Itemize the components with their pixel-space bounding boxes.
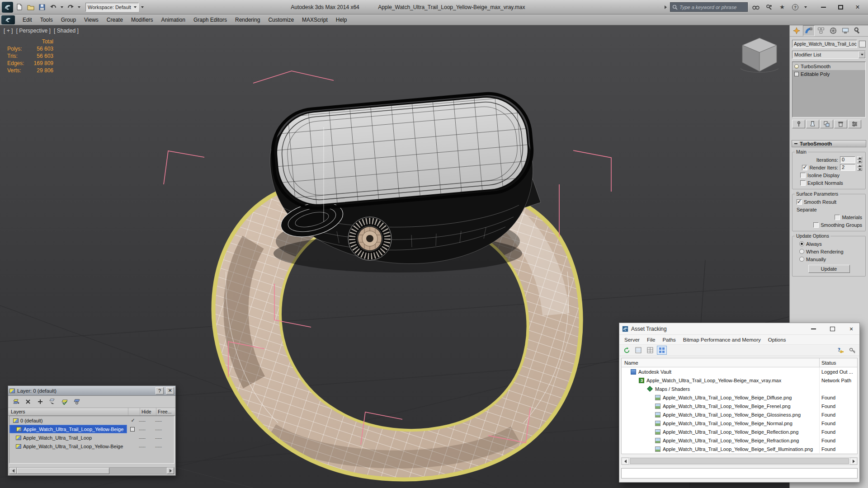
freeze-column-header[interactable]: Free...	[156, 408, 175, 415]
modifier-stack[interactable]: TurboSmooth Editable Poly	[792, 61, 866, 117]
maximize-button[interactable]	[832, 1, 849, 13]
asset-menu-item[interactable]: Options	[764, 337, 790, 343]
layer-freeze-toggle[interactable]	[155, 435, 174, 441]
layer-row[interactable]: Apple_Watch_Ultra_Trail_Loop_Yellow-Beig…	[9, 442, 174, 450]
scroll-right-icon[interactable]	[167, 468, 174, 474]
redo-icon[interactable]	[66, 2, 75, 12]
layer-freeze-toggle[interactable]	[155, 418, 174, 423]
scroll-left-icon[interactable]	[9, 468, 17, 474]
layer-properties-button[interactable]	[71, 397, 82, 407]
asset-menu-item[interactable]: File	[643, 337, 659, 343]
add-selection-to-layer-button[interactable]	[35, 397, 45, 407]
viewport-view-menu[interactable]: [ Perspective ]	[16, 28, 51, 34]
tab-modify[interactable]	[803, 25, 815, 36]
status-column-header[interactable]: Status	[819, 358, 857, 367]
tab-display[interactable]	[840, 25, 851, 36]
render-iters-spinner[interactable]	[857, 164, 862, 171]
name-column-header[interactable]: Name	[622, 360, 819, 366]
new-scene-icon[interactable]	[14, 2, 24, 12]
create-layer-button[interactable]	[10, 397, 21, 407]
scrollbar-thumb[interactable]	[17, 468, 109, 474]
viewport-shading-menu[interactable]: [ Shaded ]	[54, 28, 79, 34]
layer-row[interactable]: Apple_Watch_Ultra_Trail_Loop	[9, 433, 174, 442]
help-dropdown-icon[interactable]	[803, 2, 808, 12]
asset-row[interactable]: Maps / Shaders	[622, 385, 857, 393]
layer-hide-toggle[interactable]	[139, 435, 155, 441]
layer-color-swatch[interactable]	[130, 427, 135, 432]
asset-row[interactable]: Apple_Watch_Ultra_Trail_Loop_Yellow_Beig…	[622, 427, 857, 436]
when-rendering-radio[interactable]	[799, 249, 804, 254]
scrollbar-thumb[interactable]	[630, 458, 849, 464]
object-color-swatch[interactable]	[859, 41, 866, 47]
smoothing-groups-checkbox[interactable]	[813, 222, 819, 228]
iterations-field[interactable]: 0	[840, 156, 855, 163]
isoline-display-checkbox[interactable]	[800, 173, 806, 178]
layer-horizontal-scrollbar[interactable]	[9, 467, 175, 474]
menu-item[interactable]: Graph Editors	[189, 14, 231, 25]
layer-row[interactable]: Apple_Watch_Ultra_Trail_Loop_Yellow-Beig…	[9, 425, 174, 433]
asset-status-field[interactable]	[621, 468, 858, 479]
report-view-button[interactable]	[633, 346, 643, 355]
asset-maximize-button[interactable]	[824, 323, 840, 334]
scroll-right-icon[interactable]	[850, 458, 857, 465]
menu-item[interactable]: Customize	[264, 14, 298, 25]
favorites-star-icon[interactable]: ★	[777, 2, 787, 12]
select-layer-objects-button[interactable]	[47, 397, 57, 407]
redo-dropdown-icon[interactable]	[77, 2, 81, 12]
menu-item[interactable]: Help	[332, 14, 351, 25]
layer-hide-toggle[interactable]	[139, 444, 155, 449]
layer-hide-toggle[interactable]	[139, 418, 155, 423]
layer-freeze-toggle[interactable]	[155, 427, 174, 432]
layer-list[interactable]: 0 (default) ✓ Apple_Watch_Ultra_Trail_Lo…	[9, 416, 175, 464]
vault-login-button[interactable]	[847, 346, 857, 355]
search-input[interactable]	[679, 5, 745, 10]
configure-modifier-sets-button[interactable]	[848, 120, 861, 128]
close-button[interactable]: ×	[849, 1, 866, 13]
view-cube[interactable]	[741, 38, 778, 72]
3dsmax-logo-icon[interactable]	[2, 2, 13, 13]
modifier-stack-item[interactable]: TurboSmooth	[793, 62, 865, 70]
render-iters-checkbox[interactable]	[802, 165, 807, 170]
smooth-result-checkbox[interactable]	[797, 199, 802, 205]
asset-row[interactable]: Apple_Watch_Ultra_Trail_Loop_Yellow_Beig…	[622, 410, 857, 419]
set-current-layer-button[interactable]	[59, 397, 70, 407]
application-menu-button[interactable]	[1, 15, 15, 24]
asset-menu-item[interactable]: Bitmap Performance and Memory	[679, 337, 764, 343]
undo-icon[interactable]	[48, 2, 58, 12]
asset-row[interactable]: Apple_Watch_Ultra_Trail_Loop_Yellow_Beig…	[622, 445, 857, 453]
asset-menu-item[interactable]: Server	[621, 337, 643, 343]
menu-item[interactable]: Rendering	[231, 14, 264, 25]
tab-utilities[interactable]	[852, 25, 863, 36]
help-login-button[interactable]: ?	[835, 346, 845, 355]
table-view-button[interactable]	[645, 346, 655, 355]
always-radio[interactable]	[799, 241, 804, 246]
menu-item[interactable]: Create	[103, 14, 127, 25]
menu-item[interactable]: Edit	[19, 14, 36, 25]
asset-row[interactable]: Apple_Watch_Ultra_Trail_Loop_Yellow_Beig…	[622, 402, 857, 410]
asset-horizontal-scrollbar[interactable]	[621, 457, 858, 465]
manually-radio[interactable]	[799, 257, 804, 262]
menu-item[interactable]: Views	[80, 14, 103, 25]
menu-item[interactable]: Group	[57, 14, 80, 25]
show-end-result-button[interactable]	[806, 120, 819, 128]
binoculars-icon[interactable]	[751, 2, 761, 12]
menu-item[interactable]: MAXScript	[298, 14, 332, 25]
layer-window-titlebar[interactable]: Layer: 0 (default) ? ✕	[8, 386, 175, 396]
open-file-icon[interactable]	[26, 2, 36, 12]
turbosmooth-rollout-header[interactable]: TurboSmooth	[792, 140, 866, 147]
scroll-left-icon[interactable]	[622, 458, 629, 465]
menu-item[interactable]: Animation	[157, 14, 189, 25]
asset-row[interactable]: Apple_Watch_Ultra_Trail_Loop_Yellow_Beig…	[622, 419, 857, 427]
grid-view-button[interactable]	[657, 346, 667, 355]
delete-layer-button[interactable]	[23, 397, 33, 407]
asset-close-button[interactable]: ×	[843, 323, 859, 334]
modifier-stack-item[interactable]: Editable Poly	[793, 70, 865, 78]
modifier-list-dropdown[interactable]: Modifier List	[792, 51, 866, 59]
current-column-header[interactable]	[128, 408, 140, 415]
help-icon[interactable]: ?	[790, 2, 800, 12]
layer-close-button[interactable]: ✕	[166, 387, 174, 394]
save-file-icon[interactable]	[37, 2, 47, 12]
asset-row[interactable]: Autodesk Vault Logged Out ...	[622, 367, 857, 376]
update-button[interactable]: Update	[808, 265, 850, 273]
asset-row[interactable]: Apple_Watch_Ultra_Trail_Loop_Yellow_Beig…	[622, 436, 857, 445]
